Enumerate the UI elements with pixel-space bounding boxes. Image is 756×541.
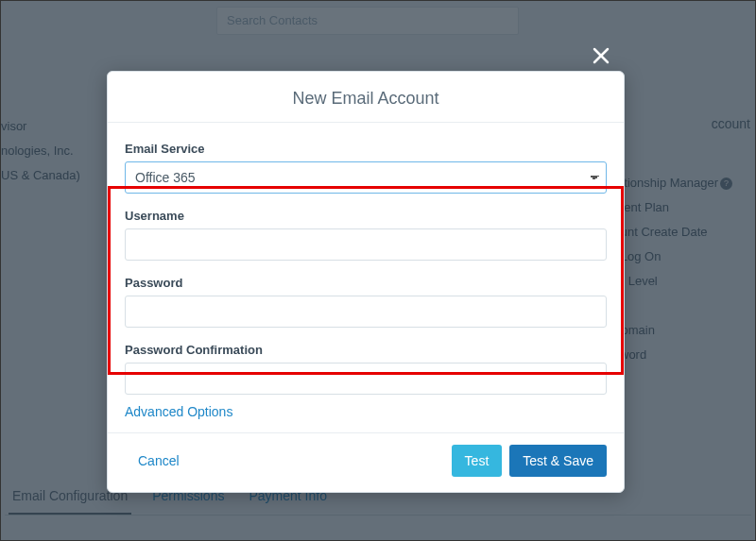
email-service-label: Email Service [125, 142, 607, 156]
email-service-select[interactable]: Office 365 [125, 161, 607, 194]
password-label: Password [125, 276, 607, 290]
username-label: Username [125, 209, 607, 223]
modal-title: New Email Account [108, 72, 624, 123]
password-confirmation-input[interactable] [125, 363, 607, 395]
username-input[interactable] [125, 228, 607, 261]
cancel-button[interactable]: Cancel [125, 445, 193, 477]
modal-body: Email Service Office 365 Username Passwo… [108, 123, 624, 432]
close-icon[interactable] [592, 46, 610, 65]
test-button[interactable]: Test [452, 445, 503, 477]
modal-footer: Cancel Test Test & Save [108, 432, 624, 492]
new-email-account-modal: New Email Account Email Service Office 3… [107, 71, 625, 493]
advanced-options-link[interactable]: Advanced Options [125, 404, 232, 419]
password-confirmation-label: Password Confirmation [125, 343, 607, 357]
password-input[interactable] [125, 296, 607, 328]
test-and-save-button[interactable]: Test & Save [509, 445, 607, 477]
